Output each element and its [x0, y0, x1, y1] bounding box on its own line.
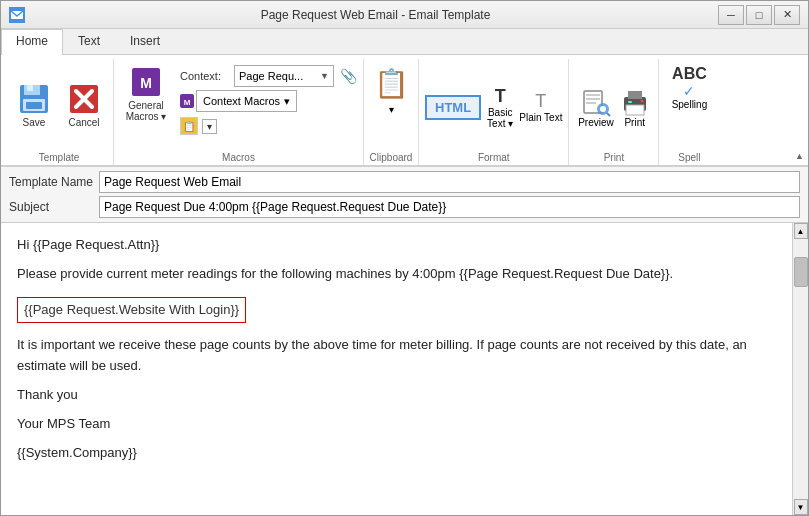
- svg-text:M: M: [184, 98, 191, 107]
- save-icon: [18, 83, 50, 115]
- general-macros-icon: M: [130, 66, 162, 98]
- basic-text-icon: T: [495, 86, 506, 107]
- context-macros-small-icon: M: [180, 94, 194, 108]
- ribbon-tabs: Home Text Insert: [1, 29, 808, 55]
- print-label: Print: [624, 117, 645, 128]
- context-macros-label: Context Macros: [203, 95, 280, 107]
- template-buttons: Save Cancel: [11, 61, 107, 163]
- context-dropdown-arrow: ▼: [320, 71, 329, 81]
- email-line5: Thank you: [17, 385, 776, 406]
- print-icon: [620, 87, 650, 117]
- svg-rect-16: [586, 98, 600, 100]
- clipboard-dropdown-arrow[interactable]: ▾: [389, 104, 394, 115]
- svg-rect-17: [586, 102, 596, 104]
- spelling-label: Spelling: [672, 99, 708, 110]
- general-macros-label: GeneralMacros ▾: [126, 100, 167, 122]
- ribbon-group-macros: M GeneralMacros ▾ Context: Page Requ... …: [114, 59, 364, 165]
- scroll-up-arrow[interactable]: ▲: [794, 223, 808, 239]
- html-button[interactable]: HTML: [425, 95, 481, 120]
- svg-rect-22: [628, 91, 642, 99]
- scrollbar-thumb[interactable]: [794, 257, 808, 287]
- svg-rect-15: [586, 94, 600, 96]
- email-body[interactable]: Hi {{Page Request.Attn}} Please provide …: [1, 223, 792, 515]
- email-body-container: Hi {{Page Request.Attn}} Please provide …: [1, 223, 808, 515]
- window-controls: ─ □ ✕: [718, 5, 800, 25]
- tab-text[interactable]: Text: [63, 29, 115, 55]
- svg-rect-24: [628, 101, 632, 103]
- window-title: Page Request Web Email - Email Template: [33, 8, 718, 22]
- cancel-label: Cancel: [68, 117, 99, 128]
- cancel-button[interactable]: Cancel: [61, 76, 107, 134]
- ribbon-collapse-button[interactable]: ▲: [795, 151, 804, 161]
- clipboard-icon[interactable]: 📋: [374, 67, 409, 100]
- format-content: HTML T BasicText ▾ T Plain Text: [425, 61, 562, 163]
- format-group-label: Format: [419, 152, 568, 163]
- print-button[interactable]: Print: [620, 87, 650, 128]
- email-line6: Your MPS Team: [17, 414, 776, 435]
- title-bar: Page Request Web Email - Email Template …: [1, 1, 808, 29]
- paste-area: 📋 ▾: [180, 117, 357, 135]
- scrollbar[interactable]: ▲ ▼: [792, 223, 808, 515]
- macros-group-label: Macros: [114, 152, 363, 163]
- ribbon-group-format: HTML T BasicText ▾ T Plain Text Format: [419, 59, 569, 165]
- context-macros-button[interactable]: Context Macros ▾: [196, 90, 297, 112]
- clipboard-small-icon: 📋: [180, 117, 198, 135]
- template-name-input[interactable]: [99, 171, 800, 193]
- context-dropdown-text: Page Requ...: [239, 70, 316, 82]
- basic-text-label: BasicText ▾: [487, 107, 513, 129]
- email-line1: Hi {{Page Request.Attn}}: [17, 235, 776, 256]
- save-label: Save: [23, 117, 46, 128]
- spelling-button[interactable]: ABC ✓ Spelling: [672, 65, 708, 110]
- preview-button[interactable]: Preview: [578, 87, 614, 128]
- print-content: Preview Print: [578, 61, 650, 163]
- plain-text-label: Plain Text: [519, 112, 562, 123]
- general-macros-button[interactable]: M GeneralMacros ▾: [120, 65, 172, 123]
- email-line4: It is important we receive these page co…: [17, 335, 776, 377]
- save-button[interactable]: Save: [11, 76, 57, 134]
- print-group-label: Print: [569, 152, 658, 163]
- cancel-icon: [68, 83, 100, 115]
- template-name-label: Template Name: [9, 175, 99, 189]
- clipboard-content: 📋 ▾: [374, 61, 409, 163]
- email-line3-boxed: {{Page Request.Website With Login}}: [17, 297, 246, 324]
- preview-label: Preview: [578, 117, 614, 128]
- context-area: Context: Page Requ... ▼ 📎 M: [180, 65, 357, 149]
- paste-dropdown[interactable]: ▾: [202, 119, 217, 134]
- app-icon: [9, 7, 25, 23]
- context-macros-row: M Context Macros ▾: [180, 90, 357, 112]
- subject-input[interactable]: [99, 196, 800, 218]
- ribbon-group-spell: ABC ✓ Spelling Spell: [659, 59, 719, 165]
- template-name-row: Template Name: [9, 171, 800, 193]
- svg-rect-6: [26, 102, 42, 109]
- main-window: Page Request Web Email - Email Template …: [0, 0, 809, 516]
- ribbon-toolbar: Save Cancel Template: [1, 55, 808, 167]
- minimize-button[interactable]: ─: [718, 5, 744, 25]
- svg-rect-23: [626, 105, 644, 115]
- tab-insert[interactable]: Insert: [115, 29, 175, 55]
- spell-content: ABC ✓ Spelling: [672, 61, 708, 163]
- restore-button[interactable]: □: [746, 5, 772, 25]
- form-area: Template Name Subject: [1, 167, 808, 223]
- context-macros-arrow: ▾: [284, 95, 290, 108]
- template-group-label: Template: [5, 152, 113, 163]
- tab-home[interactable]: Home: [1, 29, 63, 55]
- svg-text:M: M: [140, 75, 152, 91]
- plain-text-button[interactable]: T Plain Text: [519, 91, 562, 123]
- basic-text-button[interactable]: T BasicText ▾: [487, 86, 513, 129]
- context-dropdown[interactable]: Page Requ... ▼: [234, 65, 334, 87]
- spelling-icon: ABC ✓: [672, 65, 707, 99]
- svg-rect-4: [27, 85, 33, 91]
- email-line2: Please provide current meter readings fo…: [17, 264, 776, 285]
- svg-line-20: [607, 113, 610, 116]
- ribbon-group-template: Save Cancel Template: [5, 59, 114, 165]
- scroll-down-arrow[interactable]: ▼: [794, 499, 808, 515]
- preview-icon: [581, 87, 611, 117]
- html-format-btn-container: HTML: [425, 95, 481, 120]
- svg-point-19: [600, 106, 606, 112]
- plain-text-icon: T: [535, 91, 546, 112]
- spell-group-label: Spell: [659, 152, 719, 163]
- context-row: Context: Page Requ... ▼ 📎: [180, 65, 357, 87]
- subject-label: Subject: [9, 200, 99, 214]
- close-button[interactable]: ✕: [774, 5, 800, 25]
- ribbon-group-clipboard: 📋 ▾ Clipboard: [364, 59, 419, 165]
